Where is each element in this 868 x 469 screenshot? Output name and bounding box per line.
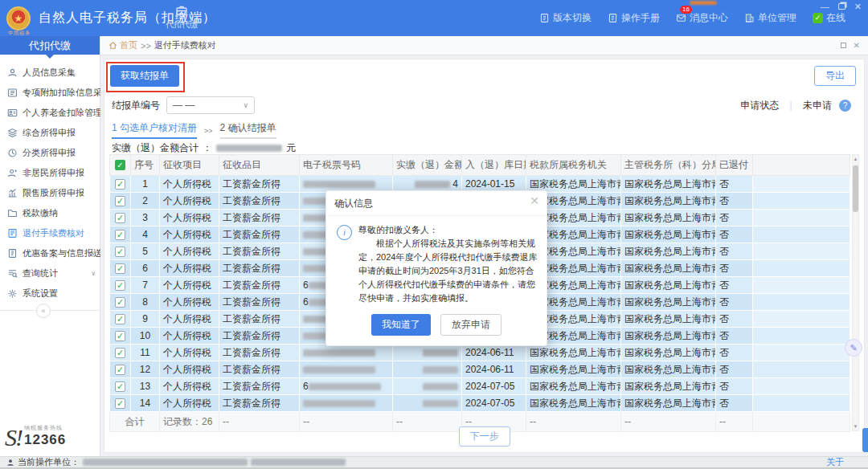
cell-ticket-no: 6 xyxy=(300,378,393,395)
sidebar-collapse-icon[interactable]: « xyxy=(36,304,51,318)
cell-branch: 国家税务总局上海市青浦区... xyxy=(621,311,716,328)
help-icon[interactable]: ? xyxy=(839,100,851,112)
sidebar-item-nonresident-income[interactable]: 非居民所得申报 xyxy=(0,163,100,183)
nav-message-center[interactable]: 消息中心16 xyxy=(676,11,728,25)
breadcrumb-home[interactable]: 首页 xyxy=(108,39,137,51)
row-checkbox[interactable]: ✓ xyxy=(115,247,125,257)
sidebar-item-pension-deduction[interactable]: 个人养老金扣除管理 xyxy=(0,103,100,123)
dialog-cancel-button[interactable]: 放弃申请 xyxy=(440,314,502,336)
sidebar-item-refund-fee-check[interactable]: 退付手续费核对 xyxy=(0,223,100,243)
step-tab-1[interactable]: 1 勾选单户核对清册 xyxy=(112,121,197,139)
feedback-pen-icon[interactable]: ✎ xyxy=(845,339,862,357)
minimize-icon[interactable]: — xyxy=(821,2,829,10)
dialog-greeting: 尊敬的扣缴义务人： xyxy=(358,223,538,237)
ticket-redacted xyxy=(303,366,375,373)
step-tab-2[interactable]: 2 确认结报单 xyxy=(220,121,276,139)
footer-dash: -- xyxy=(526,412,621,432)
ticket-redacted xyxy=(303,181,375,188)
row-checkbox[interactable]: ✓ xyxy=(115,263,125,274)
amount-redacted xyxy=(423,383,458,390)
table-row: ✓11个人所得税工资薪金所得 2024-06-11国家税务总局上海市青浦区...… xyxy=(110,345,850,361)
cell-tax-subitem: 工资薪金所得 xyxy=(219,193,300,210)
column-header: 税款所属税务机关 xyxy=(526,155,621,176)
pension-icon xyxy=(7,108,18,118)
side-float-tab[interactable] xyxy=(862,428,868,452)
cell-branch: 国家税务总局上海市青浦区... xyxy=(621,176,716,193)
tab-withholding-module[interactable]: 代扣代缴 xyxy=(159,4,204,31)
row-checkbox[interactable]: ✓ xyxy=(115,297,125,308)
sidebar-item-system-settings[interactable]: 系统设置 xyxy=(0,283,100,304)
cell-branch: 国家税务总局上海市青浦区... xyxy=(621,193,716,210)
sidebar-item-comprehensive-income[interactable]: 综合所得申报 xyxy=(0,123,100,143)
apply-status-label: 申请状态 xyxy=(740,99,779,112)
confirm-dialog: 确认信息 ✕ i 尊敬的扣缴义务人： 根据个人所得税法及其实施条例等相关规定，2… xyxy=(326,190,547,346)
cell-branch: 国家税务总局上海市青浦区... xyxy=(621,294,716,311)
scroll-up-icon[interactable]: ▲ xyxy=(853,156,858,162)
cell-refunded: 否 xyxy=(716,210,753,226)
row-checkbox[interactable]: ✓ xyxy=(115,365,125,375)
cell-refunded: 否 xyxy=(716,243,753,260)
clock-icon xyxy=(7,148,18,158)
chevron-down-icon: ∨ xyxy=(91,270,96,277)
row-checkbox[interactable]: ✓ xyxy=(115,398,125,409)
row-checkbox[interactable]: ✓ xyxy=(115,381,125,392)
row-checkbox[interactable]: ✓ xyxy=(115,230,125,240)
maximize-icon[interactable] xyxy=(838,3,845,10)
chevron-down-icon: ∨ xyxy=(243,101,248,109)
row-checkbox[interactable]: ✓ xyxy=(115,348,125,358)
sidebar-item-preferential-filing[interactable]: 优惠备案与信息报送∨ xyxy=(0,243,100,263)
row-checkbox[interactable]: ✓ xyxy=(115,196,125,206)
row-checkbox[interactable]: ✓ xyxy=(115,213,125,223)
cell-seq: 10 xyxy=(131,328,160,345)
nav-version-switch[interactable]: 版本切换 xyxy=(539,11,592,25)
close-icon[interactable]: ✕ xyxy=(854,2,862,10)
about-link[interactable]: 关于 xyxy=(826,456,844,468)
amount-redacted xyxy=(423,366,458,373)
dialog-close-icon[interactable]: ✕ xyxy=(530,194,539,207)
stats-icon xyxy=(7,268,18,279)
nav-online-status[interactable]: ✓在线 xyxy=(813,11,845,25)
cell-tax-item: 个人所得税 xyxy=(160,260,219,277)
online-icon: ✓ xyxy=(813,13,823,23)
status-divider: ｜ xyxy=(786,99,796,112)
step-tabs: 1 勾选单户核对清册>>2 确认结报单 xyxy=(112,121,276,139)
cell-tax-subitem: 工资薪金所得 xyxy=(219,210,300,226)
cell-branch: 国家税务总局上海市青浦区... xyxy=(621,226,716,243)
current-unit-redacted-2 xyxy=(251,459,346,466)
sidebar-item-classified-income[interactable]: 分类所得申报 xyxy=(0,143,100,163)
cell-refunded: 否 xyxy=(716,294,753,311)
sidebar-item-special-deduction-info[interactable]: 专项附加扣除信息采集 xyxy=(0,83,100,103)
cell-amount xyxy=(393,395,462,412)
nav-unit-management[interactable]: 单位管理 xyxy=(744,11,796,25)
amount-redacted xyxy=(423,400,458,407)
redacted-marker xyxy=(690,1,717,5)
sidebar: 代扣代缴 人员信息采集专项附加扣除信息采集个人养老金扣除管理综合所得申报分类所得… xyxy=(0,36,100,456)
mail-icon xyxy=(676,13,686,23)
cell-tax-item: 个人所得税 xyxy=(160,277,219,294)
table-scrollbar[interactable]: ▲ ▼ xyxy=(852,154,859,431)
row-checkbox[interactable]: ✓ xyxy=(115,314,125,324)
sidebar-item-tax-payment[interactable]: 税款缴纳 xyxy=(0,203,100,223)
dialog-confirm-button[interactable]: 我知道了 xyxy=(371,314,431,336)
row-checkbox[interactable]: ✓ xyxy=(115,280,125,291)
table-row: ✓12个人所得税工资薪金所得 2024-06-11国家税务总局上海市青浦区...… xyxy=(110,361,850,378)
cell-branch: 国家税务总局上海市青浦区... xyxy=(621,210,716,226)
scroll-down-icon[interactable]: ▼ xyxy=(853,423,858,430)
sidebar-item-query-statistics[interactable]: 查询统计∨ xyxy=(0,263,100,283)
row-checkbox[interactable]: ✓ xyxy=(115,331,125,341)
footer-dash: -- xyxy=(716,412,753,432)
sidebar-item-personnel-info[interactable]: 人员信息采集 xyxy=(0,63,100,83)
list-icon xyxy=(7,88,18,98)
scrollbar-thumb[interactable] xyxy=(853,165,858,212)
fetch-statement-button[interactable]: 获取结报单 xyxy=(110,65,179,87)
sidebar-item-restricted-stock[interactable]: 限售股所得申报 xyxy=(0,183,100,203)
statement-no-value: — — xyxy=(173,100,194,111)
select-all-checkbox[interactable]: ✓ xyxy=(115,160,125,170)
statement-no-select[interactable]: — — ∨ xyxy=(166,96,255,114)
tab-close-icon[interactable]: ✕ xyxy=(854,41,860,50)
export-button[interactable]: 导出 xyxy=(814,66,856,86)
tab-restore-icon[interactable] xyxy=(841,43,846,48)
next-step-button[interactable]: 下一步 xyxy=(459,426,510,447)
nav-manual[interactable]: 操作手册 xyxy=(608,11,660,25)
row-checkbox[interactable]: ✓ xyxy=(115,179,125,190)
